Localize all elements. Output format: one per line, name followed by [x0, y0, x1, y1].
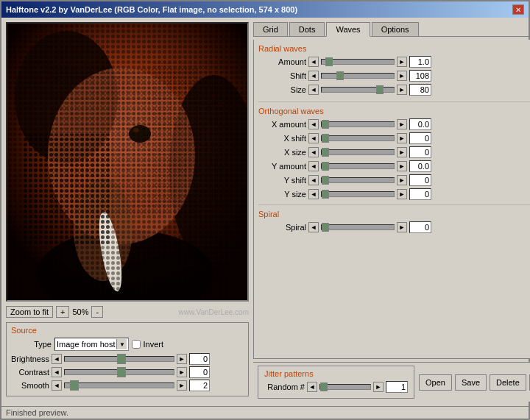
tab-options[interactable]: Options: [372, 22, 419, 36]
brightness-right-btn[interactable]: ►: [177, 354, 187, 364]
brightness-thumb[interactable]: [117, 354, 126, 364]
type-label: Type: [11, 340, 52, 349]
smooth-thumb[interactable]: [70, 380, 79, 391]
tab-grid[interactable]: Grid: [253, 22, 288, 36]
type-dropdown[interactable]: Image from host ▼: [54, 338, 129, 351]
brightness-row: Brightness ◄ ►: [11, 353, 244, 365]
delete-button[interactable]: Delete: [490, 374, 526, 391]
contrast-thumb[interactable]: [117, 367, 126, 377]
radial-amount-left[interactable]: ◄: [308, 57, 319, 67]
spiral-title: Spiral: [258, 210, 530, 218]
y-shift-value[interactable]: [409, 174, 431, 186]
zoom-fit-button[interactable]: Zoom to fit: [6, 306, 53, 318]
source-title: Source: [11, 326, 244, 335]
x-amount-right[interactable]: ►: [397, 119, 407, 129]
radial-shift-right[interactable]: ►: [397, 71, 407, 81]
radial-amount-thumb[interactable]: [325, 57, 333, 66]
invert-checkbox[interactable]: [132, 340, 141, 349]
zoom-in-button[interactable]: +: [56, 306, 69, 318]
x-size-value[interactable]: [409, 146, 431, 158]
brightness-left-btn[interactable]: ◄: [52, 354, 62, 364]
y-shift-thumb[interactable]: [322, 176, 329, 185]
x-size-right[interactable]: ►: [397, 147, 407, 157]
x-size-slider[interactable]: [321, 149, 395, 155]
save-button[interactable]: Save: [455, 374, 487, 391]
contrast-slider[interactable]: [64, 369, 174, 375]
contrast-left-btn[interactable]: ◄: [52, 367, 62, 377]
contrast-right-btn[interactable]: ►: [177, 367, 187, 377]
x-amount-slider[interactable]: [321, 121, 395, 127]
radial-shift-value[interactable]: [409, 70, 431, 82]
x-size-label: X size: [258, 148, 306, 157]
open-button[interactable]: Open: [419, 374, 452, 391]
spiral-thumb[interactable]: [322, 223, 329, 232]
y-shift-right[interactable]: ►: [397, 175, 407, 185]
x-shift-right[interactable]: ►: [397, 133, 407, 143]
radial-amount-slider[interactable]: [321, 59, 395, 65]
radial-size-thumb[interactable]: [376, 85, 384, 94]
x-shift-left[interactable]: ◄: [308, 133, 319, 143]
spiral-section: Spiral Spiral ◄ ►: [258, 210, 530, 233]
x-amount-value[interactable]: [409, 118, 431, 130]
ortho-title: Orthogonal waves: [258, 107, 530, 115]
radial-size-value[interactable]: [409, 84, 431, 96]
jitter-slider[interactable]: [319, 384, 371, 390]
y-size-value[interactable]: [409, 188, 431, 200]
y-amount-right[interactable]: ►: [397, 161, 407, 171]
radial-shift-slider[interactable]: [321, 73, 395, 79]
x-size-left[interactable]: ◄: [308, 147, 319, 157]
spiral-right[interactable]: ►: [397, 222, 407, 232]
x-shift-thumb[interactable]: [322, 134, 329, 143]
y-shift-slider[interactable]: [321, 177, 395, 183]
brightness-value[interactable]: [189, 353, 210, 365]
main-window: Halftone v2.2 by VanDerLee (RGB Color, F…: [0, 0, 530, 420]
spiral-slider[interactable]: [321, 224, 395, 230]
action-buttons: Open Save Delete Reset ? Cancel OK: [419, 374, 530, 391]
x-size-thumb[interactable]: [322, 148, 329, 157]
contrast-label: Contrast: [11, 368, 49, 377]
y-amount-value[interactable]: [409, 160, 431, 172]
radial-size-slider[interactable]: [321, 87, 395, 93]
y-shift-left[interactable]: ◄: [308, 175, 319, 185]
radial-amount-right[interactable]: ►: [397, 57, 407, 67]
zoom-out-button[interactable]: -: [91, 306, 103, 318]
source-type-row: Type Image from host ▼ Invert: [11, 338, 244, 351]
radial-shift-thumb[interactable]: [336, 71, 344, 80]
jitter-left[interactable]: ◄: [307, 382, 317, 392]
x-shift-slider[interactable]: [321, 135, 395, 141]
smooth-slider[interactable]: [64, 382, 174, 388]
title-bar: Halftone v2.2 by VanDerLee (RGB Color, F…: [1, 1, 529, 18]
y-size-right[interactable]: ►: [397, 189, 407, 199]
y-amount-left[interactable]: ◄: [308, 161, 319, 171]
jitter-right[interactable]: ►: [373, 382, 384, 392]
tab-waves[interactable]: Waves: [326, 22, 370, 37]
spiral-value[interactable]: [409, 221, 431, 233]
x-amount-thumb[interactable]: [322, 120, 329, 129]
x-size-row: X size ◄ ►: [258, 146, 530, 158]
y-amount-slider[interactable]: [321, 163, 395, 169]
contrast-value[interactable]: [189, 366, 210, 378]
window-title: Halftone v2.2 by VanDerLee (RGB Color, F…: [6, 5, 297, 14]
brightness-slider[interactable]: [64, 356, 174, 362]
y-size-left[interactable]: ◄: [308, 189, 319, 199]
x-shift-value[interactable]: [409, 132, 431, 144]
smooth-left-btn[interactable]: ◄: [52, 380, 62, 391]
zoom-bar: Zoom to fit + 50% - www.VanDerLee.com: [6, 305, 249, 319]
spiral-left[interactable]: ◄: [308, 222, 319, 232]
jitter-random-label: Random #: [264, 382, 305, 391]
tab-dots[interactable]: Dots: [289, 22, 325, 36]
smooth-value[interactable]: [189, 380, 210, 391]
jitter-thumb[interactable]: [320, 382, 328, 391]
radial-size-left[interactable]: ◄: [308, 85, 319, 95]
radial-amount-value[interactable]: [409, 56, 431, 68]
radial-size-right[interactable]: ►: [397, 85, 407, 95]
close-button[interactable]: ✕: [512, 4, 524, 15]
y-amount-thumb[interactable]: [322, 162, 329, 171]
y-size-slider[interactable]: [321, 191, 395, 197]
smooth-right-btn[interactable]: ►: [177, 380, 187, 391]
svg-rect-14: [22, 134, 110, 244]
x-amount-left[interactable]: ◄: [308, 119, 319, 129]
jitter-value[interactable]: [386, 381, 408, 393]
y-size-thumb[interactable]: [322, 190, 329, 199]
radial-shift-left[interactable]: ◄: [308, 71, 319, 81]
